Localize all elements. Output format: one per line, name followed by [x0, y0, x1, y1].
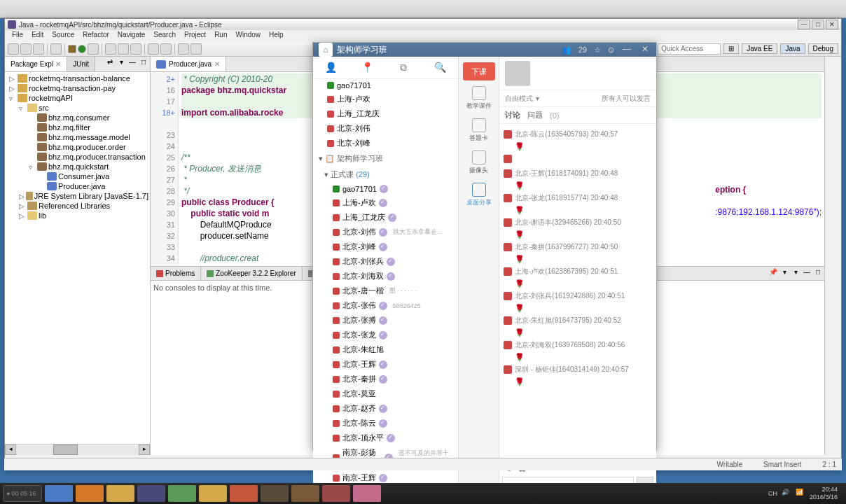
user-item[interactable]: 北京-陈云✓: [313, 416, 458, 430]
user-item[interactable]: 北京-张伟✓58826425: [313, 298, 458, 313]
tray-volume-icon[interactable]: 🔊: [782, 489, 791, 498]
user-item[interactable]: 北京-王辉✓: [313, 357, 458, 372]
taskbar-app-10[interactable]: [322, 485, 350, 502]
minimize-button[interactable]: —: [798, 20, 810, 29]
console-tab[interactable]: Problems: [151, 267, 201, 280]
build-button[interactable]: [50, 43, 62, 55]
search-icon[interactable]: 🔍: [434, 62, 446, 74]
view-menu-icon[interactable]: ▾: [116, 58, 126, 68]
menu-project[interactable]: Project: [180, 30, 210, 41]
link-editor-icon[interactable]: ⇄: [105, 58, 115, 68]
save-button[interactable]: [20, 43, 32, 55]
new-button[interactable]: [8, 43, 19, 55]
forward-button[interactable]: [190, 43, 202, 55]
annotation-button[interactable]: [160, 43, 172, 55]
maximize-console-icon[interactable]: □: [813, 268, 823, 278]
question-tab[interactable]: 问题: [527, 110, 543, 120]
perspective-java[interactable]: Java: [780, 43, 805, 54]
user-list[interactable]: gao71701上海-卢欢上海_江龙庆北京-刘伟北京-刘峰▾ 📋 架构师学习班▾…: [313, 79, 458, 500]
user-item[interactable]: 上海-卢欢✓: [313, 195, 458, 210]
tree-node[interactable]: ▿rocketmqAPI: [6, 93, 148, 103]
date[interactable]: 2016/3/16: [810, 493, 838, 501]
taskbar-app-3[interactable]: [106, 485, 134, 502]
teacher-avatar[interactable]: [505, 61, 530, 86]
menu-file[interactable]: File: [8, 30, 27, 41]
menu-source[interactable]: Source: [48, 30, 78, 41]
user-item[interactable]: 北京-张搏✓: [313, 313, 458, 328]
tree-node[interactable]: Consumer.java: [6, 172, 148, 181]
run-last-button[interactable]: [88, 43, 99, 55]
taskbar-app-11[interactable]: [353, 485, 381, 502]
class-section[interactable]: ▾ 📋 架构师学习班: [313, 150, 458, 167]
junit-tab[interactable]: JUnit: [67, 57, 95, 71]
tree-node[interactable]: ▷lib: [6, 211, 148, 220]
open-type-button[interactable]: [130, 43, 141, 55]
display-console-icon[interactable]: ▾: [779, 268, 789, 278]
mode-label[interactable]: 自由模式: [505, 94, 533, 104]
user-item[interactable]: 北京-唐一楷图 · · · · · ·: [313, 284, 458, 298]
user-item[interactable]: 北京-刘峰: [313, 136, 458, 150]
user-item[interactable]: 北京-刘张兵✓: [313, 254, 458, 269]
tree-node[interactable]: bhz.mq.message.model: [6, 132, 148, 142]
horizontal-scrollbar[interactable]: ◂▸: [5, 444, 150, 455]
chat-messages[interactable]: 北京-陈云(1635405793) 20:40:57🌹北京-王辉(1618174…: [499, 124, 656, 458]
clock[interactable]: 20:44: [810, 486, 838, 493]
close-tab-icon[interactable]: ✕: [214, 60, 220, 68]
user-item[interactable]: 北京-刘伟✓跳大五杀拿暴走...: [313, 225, 458, 239]
perspective-javaee[interactable]: Java EE: [742, 43, 777, 54]
courseware-button[interactable]: 教学课件: [463, 83, 495, 113]
maximize-button[interactable]: □: [812, 20, 824, 29]
close-icon[interactable]: ✕: [55, 60, 61, 68]
menu-search[interactable]: Search: [149, 30, 180, 41]
tree-node[interactable]: bhz.mq.consumer: [6, 113, 148, 122]
outline-panel-collapsed[interactable]: [824, 57, 841, 455]
tree-node[interactable]: bhz.mq.filter: [6, 122, 148, 132]
console-tab[interactable]: ZooKeeper 3.2.2 Explorer: [201, 267, 303, 280]
answer-card-button[interactable]: 答题卡: [463, 115, 495, 145]
package-explorer-tab[interactable]: Package Expl ✕: [5, 57, 67, 71]
taskbar-app-9[interactable]: [291, 485, 319, 502]
taskbar-app-6[interactable]: [199, 485, 227, 502]
editor-tab-producer[interactable]: Producer.java ✕: [151, 57, 226, 71]
tree-node[interactable]: Producer.java: [6, 181, 148, 191]
perspective-debug[interactable]: Debug: [808, 43, 838, 54]
tree-node[interactable]: ▷rocketmq-transaction-balance: [6, 74, 148, 83]
chat-minimize-button[interactable]: —: [621, 44, 632, 55]
user-item[interactable]: 北京-张龙✓: [313, 328, 458, 342]
user-item[interactable]: 北京-刘海双✓: [313, 269, 458, 284]
user-item[interactable]: 北京-刘峰✓: [313, 239, 458, 254]
contacts-icon[interactable]: 👤: [325, 62, 338, 74]
taskbar-app-4[interactable]: [137, 485, 165, 502]
pin-console-icon[interactable]: 📌: [768, 268, 778, 278]
search-button[interactable]: [148, 43, 159, 55]
user-item[interactable]: gao71701: [313, 79, 458, 92]
user-item[interactable]: 北京-顶永平✓: [313, 430, 458, 445]
menu-edit[interactable]: Edit: [27, 30, 48, 41]
user-item[interactable]: 北京-莫亚: [313, 386, 458, 401]
open-perspective-button[interactable]: ⊞: [723, 43, 739, 54]
run-button[interactable]: [78, 45, 86, 53]
taskbar-app-5[interactable]: [168, 485, 196, 502]
camera-button[interactable]: 摄像头: [463, 148, 495, 177]
system-tray[interactable]: CH 🔊 📶 20:44 2016/3/16: [768, 486, 843, 501]
tree-node[interactable]: bhz.mq.producer.order: [6, 142, 148, 152]
chat-close-button[interactable]: ✕: [639, 44, 651, 55]
taskbar-app-8[interactable]: [261, 485, 289, 502]
star-icon[interactable]: ☆: [594, 46, 601, 55]
new-package-button[interactable]: [118, 43, 129, 55]
user-item[interactable]: gao71701✓: [313, 183, 458, 195]
minimize-console-icon[interactable]: —: [802, 268, 812, 278]
tree-node[interactable]: ▷JRE System Library [JavaSE-1.7]: [6, 191, 148, 201]
close-button[interactable]: ✕: [826, 20, 838, 29]
debug-button[interactable]: [68, 45, 76, 53]
user-item[interactable]: 上海-卢欢: [313, 92, 458, 106]
new-class-button[interactable]: [105, 43, 116, 55]
console-menu-icon[interactable]: ▾: [791, 268, 800, 278]
taskbar-app-firefox[interactable]: [76, 485, 104, 502]
menu-help[interactable]: Help: [265, 30, 288, 41]
tree-node[interactable]: bhz.mq.producer.transaction: [6, 152, 148, 162]
user-item[interactable]: 北京-赵齐✓: [313, 401, 458, 416]
user-item[interactable]: 北京-刘伟: [313, 121, 458, 136]
copy-icon[interactable]: ⧉: [397, 62, 410, 74]
user-item[interactable]: 上海_江龙庆: [313, 106, 458, 121]
